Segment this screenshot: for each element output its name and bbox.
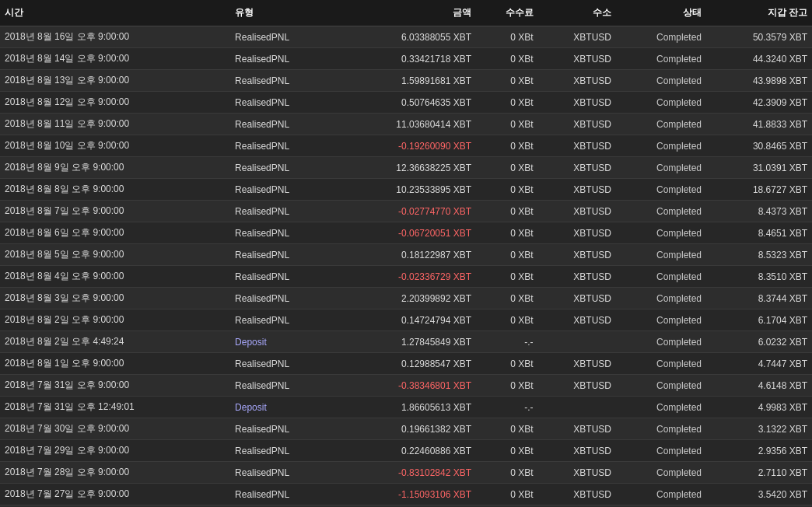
cell-amount: 11.03680414 XBT <box>336 114 476 135</box>
cell-time: 2018년 8월 8일 오후 9:00:00 <box>0 179 230 201</box>
cell-time: 2018년 8월 7일 오후 9:00:00 <box>0 201 230 222</box>
cell-balance: 18.6727 XBT <box>706 179 812 201</box>
cell-balance: 31.0391 XBT <box>706 157 812 179</box>
cell-amount: 0.22460886 XBT <box>336 440 476 462</box>
cell-status: Completed <box>616 462 706 484</box>
col-status: 상태 <box>616 0 706 26</box>
cell-balance: 4.7447 XBT <box>706 353 812 375</box>
cell-type: RealisedPNL <box>230 418 336 440</box>
cell-fee: 0 XBt <box>476 70 537 92</box>
cell-fee: 0 XBt <box>476 484 537 505</box>
cell-status: Completed <box>616 440 706 462</box>
cell-address: XBTUSD <box>538 70 617 92</box>
cell-fee: 0 XBt <box>476 135 537 157</box>
cell-address: XBTUSD <box>538 92 617 114</box>
cell-status: Completed <box>616 418 706 440</box>
cell-address: XBTUSD <box>538 462 617 484</box>
table-row: 2018년 8월 4일 오후 9:00:00RealisedPNL-0.0233… <box>0 266 812 288</box>
cell-status: Completed <box>616 375 706 397</box>
cell-address: XBTUSD <box>538 222 617 244</box>
cell-address: XBTUSD <box>538 201 617 222</box>
cell-amount: -1.15093106 XBT <box>336 484 476 505</box>
cell-amount: -0.38346801 XBT <box>336 375 476 397</box>
cell-balance: 8.3744 XBT <box>706 288 812 309</box>
cell-address: XBTUSD <box>538 26 617 48</box>
cell-address: XBTUSD <box>538 440 617 462</box>
table-row: 2018년 7월 28일 오후 9:00:00RealisedPNL-0.831… <box>0 462 812 484</box>
col-time: 시간 <box>0 0 230 26</box>
cell-fee: 0 XBt <box>476 353 537 375</box>
cell-type: RealisedPNL <box>230 266 336 288</box>
table-row: 2018년 8월 14일 오후 9:00:00RealisedPNL0.3342… <box>0 48 812 70</box>
cell-address: XBTUSD <box>538 288 617 309</box>
cell-status: Completed <box>616 92 706 114</box>
cell-time: 2018년 8월 9일 오후 9:00:00 <box>0 157 230 179</box>
cell-status: Completed <box>616 309 706 331</box>
cell-balance: 2.7110 XBT <box>706 462 812 484</box>
cell-address: XBTUSD <box>538 157 617 179</box>
cell-time: 2018년 7월 29일 오후 9:00:00 <box>0 440 230 462</box>
table-row: 2018년 8월 7일 오후 9:00:00RealisedPNL-0.0277… <box>0 201 812 222</box>
col-fee: 수수료 <box>476 0 537 26</box>
cell-status: Completed <box>616 135 706 157</box>
cell-type: RealisedPNL <box>230 114 336 135</box>
cell-status: Completed <box>616 26 706 48</box>
cell-time: 2018년 7월 31일 오후 12:49:01 <box>0 397 230 418</box>
cell-type: RealisedPNL <box>230 179 336 201</box>
table-row: 2018년 8월 2일 오후 4:49:24Deposit1.27845849 … <box>0 331 812 353</box>
cell-amount: 0.19661382 XBT <box>336 418 476 440</box>
cell-fee: 0 XBt <box>476 418 537 440</box>
cell-amount: -0.02774770 XBT <box>336 201 476 222</box>
cell-balance: 41.8833 XBT <box>706 114 812 135</box>
cell-fee: -.- <box>476 397 537 418</box>
cell-type: RealisedPNL <box>230 135 336 157</box>
cell-address: XBTUSD <box>538 375 617 397</box>
cell-balance: 2.9356 XBT <box>706 440 812 462</box>
cell-amount: 6.03388055 XBT <box>336 26 476 48</box>
cell-status: Completed <box>616 331 706 353</box>
cell-amount: -0.83102842 XBT <box>336 462 476 484</box>
cell-time: 2018년 8월 6일 오후 9:00:00 <box>0 222 230 244</box>
cell-time: 2018년 8월 11일 오후 9:00:00 <box>0 114 230 135</box>
cell-time: 2018년 7월 28일 오후 9:00:00 <box>0 462 230 484</box>
table-row: 2018년 8월 16일 오후 9:00:00RealisedPNL6.0338… <box>0 26 812 48</box>
cell-fee: -.- <box>476 331 537 353</box>
table-row: 2018년 8월 11일 오후 9:00:00RealisedPNL11.036… <box>0 114 812 135</box>
cell-address: XBTUSD <box>538 179 617 201</box>
cell-balance: 3.5420 XBT <box>706 484 812 505</box>
cell-type: RealisedPNL <box>230 244 336 266</box>
cell-amount: 1.27845849 XBT <box>336 331 476 353</box>
cell-balance: 4.9983 XBT <box>706 397 812 418</box>
table-row: 2018년 7월 31일 오후 12:49:01Deposit1.8660561… <box>0 397 812 418</box>
cell-address: XBTUSD <box>538 484 617 505</box>
col-balance: 지갑 잔고 <box>706 0 812 26</box>
cell-balance: 44.3240 XBT <box>706 48 812 70</box>
cell-balance: 42.3909 XBT <box>706 92 812 114</box>
cell-address <box>538 331 617 353</box>
cell-fee: 0 XBt <box>476 114 537 135</box>
cell-type: RealisedPNL <box>230 375 336 397</box>
cell-amount: -0.06720051 XBT <box>336 222 476 244</box>
cell-amount: -0.02336729 XBT <box>336 266 476 288</box>
cell-amount: 1.59891681 XBT <box>336 70 476 92</box>
cell-type: RealisedPNL <box>230 288 336 309</box>
cell-type: RealisedPNL <box>230 462 336 484</box>
cell-type: RealisedPNL <box>230 484 336 505</box>
cell-address: XBTUSD <box>538 309 617 331</box>
cell-balance: 6.1704 XBT <box>706 309 812 331</box>
cell-time: 2018년 8월 13일 오후 9:00:00 <box>0 70 230 92</box>
table-row: 2018년 8월 12일 오후 9:00:00RealisedPNL0.5076… <box>0 92 812 114</box>
cell-fee: 0 XBt <box>476 309 537 331</box>
cell-balance: 6.0232 XBT <box>706 331 812 353</box>
cell-balance: 50.3579 XBT <box>706 26 812 48</box>
table-row: 2018년 7월 29일 오후 9:00:00RealisedPNL0.2246… <box>0 440 812 462</box>
cell-type: RealisedPNL <box>230 157 336 179</box>
cell-fee: 0 XBt <box>476 157 537 179</box>
cell-address: XBTUSD <box>538 135 617 157</box>
cell-status: Completed <box>616 266 706 288</box>
cell-time: 2018년 7월 30일 오후 9:00:00 <box>0 418 230 440</box>
cell-time: 2018년 8월 10일 오후 9:00:00 <box>0 135 230 157</box>
cell-type: RealisedPNL <box>230 353 336 375</box>
cell-status: Completed <box>616 397 706 418</box>
cell-time: 2018년 8월 14일 오후 9:00:00 <box>0 48 230 70</box>
